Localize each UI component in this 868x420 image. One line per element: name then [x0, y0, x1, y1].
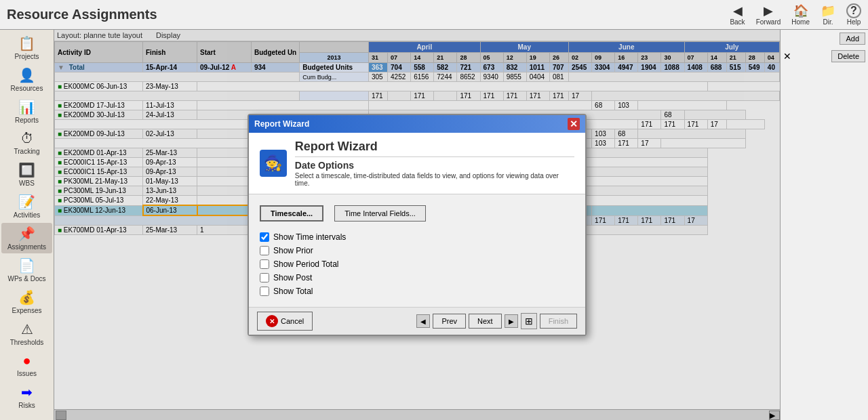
dialog-top-buttons: Timescale... Time Interval Fields...	[260, 205, 574, 222]
wizard-icon: 🧙	[264, 154, 282, 172]
back-icon: ◀	[733, 3, 743, 18]
projects-icon: 📋	[18, 35, 35, 51]
sidebar-item-thresholds[interactable]: ⚠ Thresholds	[1, 318, 52, 349]
prev-button[interactable]: Prev	[433, 314, 466, 329]
activities-icon: 📝	[18, 194, 35, 210]
dialog-description: Select a timescale, time-distributed dat…	[295, 172, 574, 187]
show-total-checkbox[interactable]	[260, 287, 269, 296]
sidebar-item-assignments[interactable]: 📌 Assignments	[1, 223, 52, 253]
dialog-body: Timescale... Time Interval Fields... Sho…	[249, 194, 585, 307]
show-intervals-label: Show Time intervals	[273, 232, 346, 242]
show-total-label: Show Total	[273, 287, 313, 296]
dialog-footer: ✕ Cancel ◀ Prev Next ▶ ⊞ Finish	[249, 307, 585, 335]
sidebar-item-resources[interactable]: 👤 Resources	[1, 64, 52, 95]
sidebar-item-wbs[interactable]: 🔲 WBS	[1, 159, 52, 190]
checkbox-row-show-prior: Show Prior	[260, 246, 574, 255]
show-period-total-checkbox[interactable]	[260, 259, 269, 269]
help-button[interactable]: ? Help	[846, 3, 861, 26]
show-prior-checkbox[interactable]	[260, 246, 269, 255]
footer-nav: ◀ Prev Next ▶ ⊞ Finish	[416, 313, 577, 329]
time-interval-button[interactable]: Time Interval Fields...	[334, 205, 426, 222]
risks-icon: ➡	[21, 384, 33, 400]
right-panel: Add ✕ Delete	[780, 30, 868, 420]
wps-docs-icon: 📄	[18, 257, 35, 274]
dialog-header-icon: 🧙	[260, 150, 287, 177]
back-button[interactable]: ◀ Back	[730, 3, 745, 26]
close-icon-right: ✕	[783, 51, 791, 62]
checkbox-row-show-post: Show Post	[260, 273, 574, 282]
resources-icon: 👤	[18, 67, 35, 83]
assignments-icon: 📌	[18, 226, 35, 242]
checkbox-row-show-period-total: Show Period Total	[260, 259, 574, 269]
sidebar-item-reports[interactable]: 📊 Reports	[1, 96, 52, 127]
dir-button[interactable]: 📁 Dir.	[821, 3, 835, 26]
dialog-title-text: Report Wizard Date Options Select a time…	[295, 140, 574, 187]
delete-button[interactable]: Delete	[831, 50, 865, 62]
expenses-icon: 💰	[18, 289, 35, 306]
reports-icon: 📊	[18, 99, 35, 115]
dialog-titlebar: Report Wizard ✕	[249, 115, 585, 133]
report-wizard-dialog: Report Wizard ✕ 🧙 Report Wizard Date Opt…	[248, 114, 587, 336]
dir-icon: 📁	[821, 3, 835, 18]
show-post-checkbox[interactable]	[260, 273, 269, 282]
dialog-subheading: Date Options	[295, 160, 574, 171]
sidebar-item-activities[interactable]: 📝 Activities	[1, 191, 52, 222]
prev-arrow-button[interactable]: ◀	[416, 314, 430, 328]
dialog-close-button[interactable]: ✕	[568, 118, 580, 130]
sidebar-item-tracking[interactable]: ⏱ Tracking	[1, 128, 52, 158]
cancel-icon: ✕	[266, 315, 278, 327]
grid-icon[interactable]: ⊞	[521, 313, 537, 329]
cancel-button[interactable]: ✕ Cancel	[257, 312, 313, 331]
timescale-button[interactable]: Timescale...	[260, 205, 323, 222]
dialog-titlebar-label: Report Wizard	[254, 119, 309, 129]
sidebar-item-wps-docs[interactable]: 📄 WPs & Docs	[1, 255, 52, 285]
forward-icon: ▶	[764, 3, 773, 18]
show-intervals-checkbox[interactable]	[260, 232, 269, 242]
title-bar: Resource Assignments ◀ Back ▶ Forward 🏠 …	[0, 0, 868, 30]
show-period-total-label: Show Period Total	[273, 259, 339, 269]
next-button[interactable]: Next	[469, 314, 502, 329]
issues-icon: ●	[22, 353, 31, 369]
home-icon: 🏠	[793, 3, 808, 18]
show-prior-label: Show Prior	[273, 246, 313, 255]
forward-button[interactable]: ▶ Forward	[756, 3, 781, 26]
sidebar-item-projects[interactable]: 📋 Projects	[1, 33, 52, 63]
show-post-label: Show Post	[273, 273, 312, 282]
checkbox-group: Show Time intervals Show Prior Show Peri…	[260, 232, 574, 296]
home-button[interactable]: 🏠 Home	[791, 3, 810, 26]
tracking-icon: ⏱	[20, 131, 34, 146]
checkbox-row-show-intervals: Show Time intervals	[260, 232, 574, 242]
finish-button[interactable]: Finish	[540, 314, 577, 329]
next-arrow-button[interactable]: ▶	[505, 314, 518, 328]
wbs-icon: 🔲	[18, 162, 35, 178]
help-icon: ?	[846, 3, 861, 18]
sidebar-item-risks[interactable]: ➡ Risks	[1, 381, 52, 412]
page-title: Resource Assignments	[7, 7, 157, 22]
dialog-heading: Report Wizard	[295, 140, 574, 154]
sidebar: 📋 Projects 👤 Resources 📊 Reports ⏱ Track…	[0, 30, 54, 420]
add-button[interactable]: Add	[840, 33, 865, 45]
sidebar-item-issues[interactable]: ● Issues	[1, 350, 52, 380]
dialog-header: 🧙 Report Wizard Date Options Select a ti…	[249, 133, 585, 194]
sidebar-item-expenses[interactable]: 💰 Expenses	[1, 287, 52, 317]
checkbox-row-show-total: Show Total	[260, 287, 574, 296]
dialog-overlay: Report Wizard ✕ 🧙 Report Wizard Date Opt…	[54, 30, 780, 420]
toolbar: ◀ Back ▶ Forward 🏠 Home 📁 Dir. ? Help	[730, 3, 861, 26]
thresholds-icon: ⚠	[21, 321, 33, 337]
